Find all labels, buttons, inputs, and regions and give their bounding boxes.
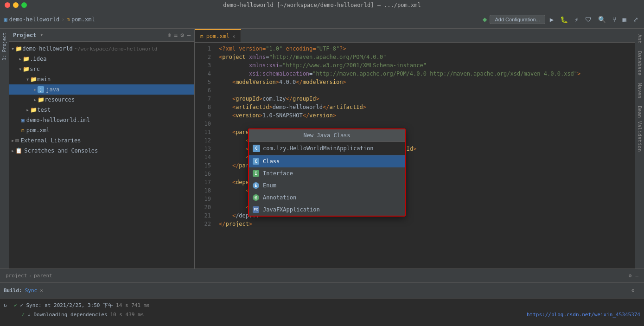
download-time: 10 s 439 ms <box>110 312 144 318</box>
expand-arrow-src: ▾ <box>19 66 22 72</box>
tree-item-extlibs[interactable]: ▸ ⊞ External Libraries <box>9 135 194 146</box>
pom-tree-icon: m <box>21 128 25 134</box>
sync-time: 14 s 741 ms <box>116 302 150 308</box>
panel-title: Project <box>13 32 37 38</box>
popup-class-icon: C <box>253 145 260 152</box>
minimize-button[interactable] <box>13 2 19 8</box>
tab-close-button[interactable]: × <box>232 34 235 39</box>
code-line-9: <version>1.0-SNAPSHOT</version> <box>219 111 629 120</box>
popup-item-enum[interactable]: E Enum <box>249 179 405 192</box>
tab-pom-label: pom.xml <box>206 33 230 39</box>
breadcrumb-project[interactable]: demo-helloworld <box>9 16 59 23</box>
code-line-6 <box>219 86 629 95</box>
editor-area: m pom.xml × 12345 678910 1112131415 1617… <box>195 29 635 268</box>
tree-label-main: main <box>37 76 51 83</box>
tree-path-root: ~/workspace/demo-helloworld <box>75 46 158 52</box>
status-bar-icons: ⚙ — <box>629 273 638 279</box>
pom-icon: m <box>66 16 70 22</box>
status-bar: project › parent ⚙ — <box>0 268 644 282</box>
build-close-button[interactable]: × <box>40 288 43 294</box>
class-label: Class <box>263 158 280 165</box>
tree-item-idea[interactable]: ▸ 📁 .idea <box>9 54 194 64</box>
popup-item-annotation[interactable]: @ Annotation <box>249 192 405 204</box>
project-tab[interactable]: 1: Project <box>1 29 8 64</box>
build-minimize-icon[interactable]: — <box>637 288 640 294</box>
javafx-label: JavaFXApplication <box>263 206 320 213</box>
title-bar: demo-helloworld [~/workspace/demo-hellow… <box>0 0 644 10</box>
tree-label-resources: resources <box>45 96 75 103</box>
ant-tab[interactable]: Ant <box>636 31 644 47</box>
maximize-button[interactable] <box>21 2 27 8</box>
new-class-name-input[interactable] <box>263 145 401 152</box>
popup-item-javafx[interactable]: FX JavaFXApplication <box>249 204 405 216</box>
minimize-panel-icon[interactable]: — <box>187 32 191 38</box>
expand-icon[interactable]: ⤢ <box>631 15 640 24</box>
status-minimize-icon[interactable]: — <box>635 273 638 279</box>
status-bc-project: project <box>6 273 27 279</box>
panel-header: Project ▾ ⊕ ≡ ⚙ — <box>9 29 194 42</box>
tree-label-scratches: Scratches and Consoles <box>24 147 98 154</box>
settings-icon[interactable]: ⚙ <box>180 32 184 38</box>
code-line-3: xmlns:xsi="http://www.w3.org/2001/XMLSch… <box>219 61 629 70</box>
folder-icon: 📁 <box>15 45 22 52</box>
database-tab[interactable]: Database <box>636 47 644 79</box>
tree-label-root: demo-helloworld <box>22 45 72 52</box>
coverage-icon[interactable]: 🛡 <box>583 15 593 24</box>
debug-icon[interactable]: 🐛 <box>558 15 570 24</box>
tree-item-java[interactable]: ▸ j java <box>9 84 194 95</box>
code-line-5: <modelVersion>4.0.0</modelVersion> <box>219 78 629 86</box>
tree-label-java: java <box>46 86 59 93</box>
expand-arrow-resources: ▸ <box>33 96 37 103</box>
tab-pom-xml[interactable]: m pom.xml × <box>195 29 241 42</box>
expand-arrow-idea: ▸ <box>19 56 22 62</box>
line-numbers: 12345 678910 1112131415 1617181920 2122 <box>195 43 213 268</box>
tree-item-iml[interactable]: ▣ demo-helloworld.iml <box>9 115 194 125</box>
collapse-icon[interactable]: ≡ <box>174 32 178 38</box>
sync-button[interactable]: Sync <box>25 288 38 294</box>
folder-icon-idea: 📁 <box>23 56 30 62</box>
build-bar: Build: Sync × ⚙ — <box>0 282 644 298</box>
folder-icon-src: 📁 <box>23 66 30 72</box>
extlibs-icon: ⊞ <box>15 137 19 144</box>
annotation-label: Annotation <box>263 194 296 201</box>
run-icon[interactable]: ▶ <box>548 15 555 24</box>
close-button[interactable] <box>5 2 10 8</box>
popup-item-interface[interactable]: I Interface <box>249 167 405 179</box>
expand-arrow-test: ▸ <box>26 107 29 113</box>
tree-item-src[interactable]: ▾ 📁 src <box>9 64 194 74</box>
status-settings-icon[interactable]: ⚙ <box>629 273 632 279</box>
new-java-class-popup[interactable]: New Java Class C C Class I <box>248 128 406 217</box>
interface-label: Interface <box>263 170 293 177</box>
build-settings-icon[interactable]: ⚙ <box>631 288 635 294</box>
git-icon[interactable]: ⑂ <box>611 15 618 24</box>
status-bc-parent: parent <box>34 273 52 279</box>
layout-icon[interactable]: ▦ <box>621 15 628 24</box>
project-panel: Project ▾ ⊕ ≡ ⚙ — ▾ 📁 demo-helloworld ~/… <box>9 29 195 268</box>
build-label: Build: <box>4 288 22 294</box>
tree-item-root[interactable]: ▾ 📁 demo-helloworld ~/workspace/demo-hel… <box>9 44 194 54</box>
tree-label-idea: .idea <box>30 56 46 62</box>
tree-item-pom[interactable]: m pom.xml <box>9 125 194 135</box>
tree-item-main[interactable]: ▾ 📁 main <box>9 74 194 84</box>
java-folder-icon: j <box>38 86 44 93</box>
add-configuration-button[interactable]: Add Configuration... <box>490 15 545 24</box>
maven-tab[interactable]: Maven <box>636 79 644 102</box>
tree-item-test[interactable]: ▸ 📁 test <box>9 105 194 115</box>
output-line-2: ✓ ↓ Downloading dependencies 10 s 439 ms… <box>4 310 640 319</box>
tree-item-scratches[interactable]: ▸ 📋 Scratches and Consoles <box>9 146 194 156</box>
class-icon: C <box>253 158 259 165</box>
tree-item-resources[interactable]: ▸ 📁 resources <box>9 95 194 105</box>
tree-label-extlibs: External Libraries <box>20 137 81 144</box>
tree-label-pom: pom.xml <box>26 127 50 134</box>
code-line-10 <box>219 120 629 128</box>
search-icon[interactable]: 🔍 <box>596 15 608 24</box>
profile-icon[interactable]: ⚡ <box>573 15 580 24</box>
popup-item-class[interactable]: C Class <box>249 155 405 167</box>
breadcrumb-file[interactable]: pom.xml <box>71 16 95 23</box>
scope-icon[interactable]: ⊕ <box>168 32 172 38</box>
bean-validation-tab[interactable]: Bean Validation <box>636 102 644 155</box>
interface-icon: I <box>253 170 259 177</box>
window-controls[interactable] <box>5 2 27 8</box>
sync-spinner: ↻ <box>4 302 11 308</box>
toolbar-right: ◆ Add Configuration... ▶ 🐛 ⚡ 🛡 🔍 ⑂ ▦ ⤢ <box>483 15 640 24</box>
